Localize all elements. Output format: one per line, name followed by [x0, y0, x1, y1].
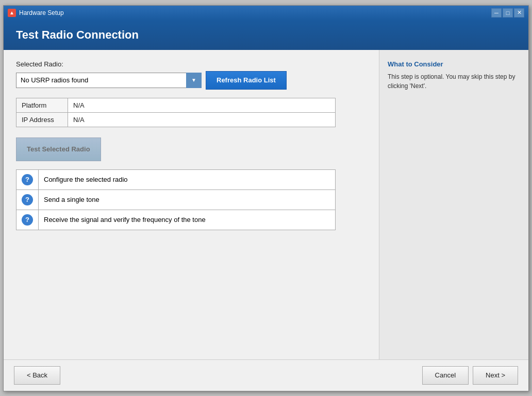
step-icon-cell: ?: [16, 190, 39, 210]
selected-radio-label: Selected Radio:: [16, 60, 367, 68]
radio-selector-row: No USRP radios found Refresh Radio List: [16, 71, 367, 90]
footer-right: Cancel Next >: [422, 366, 518, 385]
radio-info-table: Platform N/A IP Address N/A: [16, 98, 336, 127]
steps-table: ? Configure the selected radio ? Send a …: [16, 169, 336, 230]
close-button[interactable]: ✕: [514, 8, 524, 18]
ip-address-value: N/A: [68, 112, 336, 127]
step-text: Send a single tone: [39, 190, 336, 210]
content-area: Selected Radio: No USRP radios found Ref…: [4, 50, 528, 359]
main-panel: Selected Radio: No USRP radios found Ref…: [4, 50, 379, 359]
table-row: IP Address N/A: [16, 112, 336, 127]
sidebar-title: What to Consider: [388, 60, 520, 68]
ip-address-label: IP Address: [16, 112, 68, 127]
cancel-button[interactable]: Cancel: [422, 366, 469, 385]
table-row: Platform N/A: [16, 98, 336, 112]
step-text: Receive the signal and verify the freque…: [39, 210, 336, 230]
question-icon: ?: [22, 214, 33, 226]
radio-dropdown[interactable]: No USRP radios found: [16, 73, 202, 88]
minimize-button[interactable]: ─: [491, 8, 502, 18]
app-icon: ▲: [8, 9, 16, 17]
list-item: ? Receive the signal and verify the freq…: [16, 210, 336, 230]
question-icon: ?: [22, 194, 33, 205]
header-bar: Test Radio Connection: [4, 20, 528, 50]
title-bar-left: ▲ Hardware Setup: [8, 9, 64, 17]
main-window: ▲ Hardware Setup ─ □ ✕ Test Radio Connec…: [3, 5, 529, 391]
window-controls: ─ □ ✕: [491, 8, 524, 18]
footer-left: < Back: [14, 366, 60, 385]
title-bar: ▲ Hardware Setup ─ □ ✕: [4, 6, 528, 20]
footer-bar: < Back Cancel Next >: [4, 359, 528, 391]
platform-value: N/A: [68, 98, 336, 112]
sidebar-body: This step is optional. You may skip this…: [388, 72, 520, 91]
list-item: ? Configure the selected radio: [16, 169, 336, 190]
restore-button[interactable]: □: [503, 8, 513, 18]
test-selected-radio-button[interactable]: Test Selected Radio: [16, 137, 101, 161]
refresh-radio-button[interactable]: Refresh Radio List: [206, 71, 287, 90]
step-icon-cell: ?: [16, 210, 39, 230]
step-text: Configure the selected radio: [39, 169, 336, 190]
step-icon-cell: ?: [16, 169, 39, 190]
radio-dropdown-wrapper: No USRP radios found: [16, 73, 202, 88]
question-icon: ?: [22, 174, 33, 185]
window-title: Hardware Setup: [19, 9, 64, 16]
next-button[interactable]: Next >: [473, 366, 518, 385]
back-button[interactable]: < Back: [14, 366, 60, 385]
page-title: Test Radio Connection: [16, 28, 516, 42]
list-item: ? Send a single tone: [16, 190, 336, 210]
side-panel: What to Consider This step is optional. …: [379, 50, 528, 359]
platform-label: Platform: [16, 98, 68, 112]
